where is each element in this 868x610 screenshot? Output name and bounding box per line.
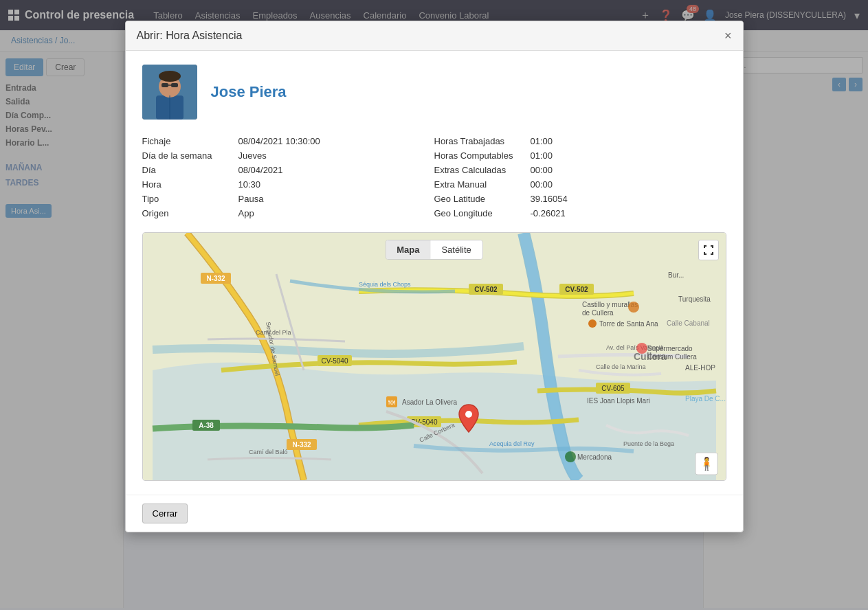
svg-text:Torre de Santa Ana: Torre de Santa Ana: [599, 320, 658, 328]
hora-value: 10:30: [238, 179, 261, 190]
dia-value: 08/04/2021: [238, 165, 283, 175]
avatar-placeholder: [142, 65, 197, 120]
avatar: [142, 65, 197, 120]
svg-text:Séquia dels Chops: Séquia dels Chops: [359, 281, 411, 288]
fullscreen-icon: [703, 245, 714, 256]
svg-text:IES Joan Llopis Mari: IES Joan Llopis Mari: [587, 397, 650, 405]
svg-text:Camí del Baló: Camí del Baló: [249, 449, 288, 455]
svg-point-54: [465, 411, 472, 418]
diasemana-value: Jueves: [238, 150, 267, 161]
geolatitude-value: 39.16054: [531, 194, 568, 204]
person-name: Jose Piera: [211, 83, 287, 101]
extramanual-label: Extra Manual: [434, 179, 531, 190]
tipo-value: Pausa: [238, 194, 264, 204]
svg-rect-4: [171, 83, 178, 87]
modal-body: Jose Piera Fichaje 08/04/2021 10:30:00 D…: [126, 51, 743, 495]
svg-rect-3: [162, 83, 168, 87]
modal-title: Abrir: Hora Asistencia: [137, 30, 243, 42]
info-row-origen: Origen App: [142, 208, 434, 218]
horastrabajadas-label: Horas Trabajadas: [434, 136, 531, 146]
map-visual: N-332 N-332 CV-502 CV-502: [143, 233, 726, 480]
svg-text:A-38: A-38: [199, 422, 214, 429]
info-row-extramanual: Extra Manual 00:00: [434, 179, 726, 190]
svg-text:🍽: 🍽: [388, 398, 395, 406]
extrascalculadas-value: 00:00: [531, 165, 553, 175]
info-row-diasemana: Día de la semana Jueves: [142, 150, 434, 161]
svg-text:N-332: N-332: [206, 275, 225, 282]
svg-text:Mercadona: Mercadona: [577, 453, 612, 461]
origen-value: App: [238, 208, 254, 218]
info-row-geolatitude: Geo Latitude 39.16054: [434, 194, 726, 204]
origen-label: Origen: [142, 208, 238, 218]
svg-point-46: [636, 343, 647, 354]
svg-point-6: [159, 71, 181, 82]
info-col-left: Fichaje 08/04/2021 10:30:00 Día de la se…: [142, 136, 434, 218]
svg-text:ALE-HOP: ALE-HOP: [685, 364, 715, 372]
extrascalculadas-label: Extras Calculadas: [434, 165, 531, 175]
svg-text:Turquesita: Turquesita: [678, 295, 711, 303]
geolatitude-label: Geo Latitude: [434, 194, 531, 204]
info-row-tipo: Tipo Pausa: [142, 194, 434, 204]
svg-text:CV-502: CV-502: [565, 286, 588, 293]
hora-label: Hora: [142, 179, 238, 190]
modal-close-button[interactable]: ×: [724, 30, 732, 42]
horascomputables-label: Horas Computables: [434, 150, 531, 161]
svg-text:CV-502: CV-502: [474, 286, 498, 293]
map-tab-mapa[interactable]: Mapa: [386, 240, 430, 259]
svg-text:🧍: 🧍: [699, 456, 715, 471]
map-container: Mapa Satélite: [142, 232, 726, 481]
svg-point-43: [628, 302, 639, 313]
svg-text:CV-605: CV-605: [601, 385, 625, 392]
fichaje-value: 08/04/2021 10:30:00: [238, 136, 320, 146]
fichaje-label: Fichaje: [142, 136, 238, 146]
svg-text:Playa De C...: Playa De C...: [685, 395, 726, 403]
svg-text:CV-5040: CV-5040: [321, 357, 348, 365]
info-col-right: Horas Trabajadas 01:00 Horas Computables…: [434, 136, 726, 218]
tipo-label: Tipo: [142, 194, 238, 204]
svg-text:Supermercado: Supermercado: [647, 345, 693, 352]
avatar-svg: [142, 65, 197, 120]
modal-overlay: Abrir: Hora Asistencia ×: [0, 0, 868, 608]
svg-text:Asador La Olivera: Asador La Olivera: [402, 398, 457, 406]
svg-text:Consum Cullera: Consum Cullera: [647, 353, 697, 361]
modal: Abrir: Hora Asistencia ×: [125, 21, 744, 532]
info-row-fichaje: Fichaje 08/04/2021 10:30:00: [142, 136, 434, 146]
svg-text:de Cullera: de Cullera: [582, 309, 614, 317]
info-row-extrascalculadas: Extras Calculadas 00:00: [434, 165, 726, 175]
profile-section: Jose Piera: [142, 65, 726, 120]
svg-text:Acequia del Rey: Acequia del Rey: [489, 440, 535, 447]
geolongitude-label: Geo Longitude: [434, 208, 531, 218]
svg-text:Calle Cabanal: Calle Cabanal: [667, 319, 710, 327]
geolongitude-value: -0.26021: [531, 208, 566, 218]
info-row-hora: Hora 10:30: [142, 179, 434, 190]
svg-text:Calle de la Marina: Calle de la Marina: [596, 363, 646, 370]
diasemana-label: Día de la semana: [142, 150, 238, 161]
map-tabs: Mapa Satélite: [385, 240, 483, 260]
horastrabajadas-value: 01:00: [531, 136, 553, 146]
info-row-horascomputables: Horas Computables 01:00: [434, 150, 726, 161]
svg-point-49: [565, 451, 576, 462]
info-row-geolongitude: Geo Longitude -0.26021: [434, 208, 726, 218]
svg-text:Bur...: Bur...: [668, 271, 684, 279]
svg-text:N-332: N-332: [292, 441, 311, 449]
close-modal-button[interactable]: Cerrar: [142, 504, 188, 523]
map-tab-satellite[interactable]: Satélite: [430, 240, 482, 259]
modal-footer: Cerrar: [126, 495, 743, 532]
extramanual-value: 00:00: [531, 179, 553, 190]
svg-text:Puente de la Bega: Puente de la Bega: [623, 440, 674, 447]
info-row-dia: Día 08/04/2021: [142, 165, 434, 175]
horascomputables-value: 01:00: [531, 150, 553, 161]
info-row-horastrabajadas: Horas Trabajadas 01:00: [434, 136, 726, 146]
svg-point-39: [588, 319, 597, 328]
info-grid: Fichaje 08/04/2021 10:30:00 Día de la se…: [142, 136, 726, 218]
map-svg: N-332 N-332 CV-502 CV-502: [143, 233, 726, 480]
dia-label: Día: [142, 165, 238, 175]
modal-header: Abrir: Hora Asistencia ×: [126, 21, 743, 51]
map-fullscreen-button[interactable]: [698, 240, 719, 260]
